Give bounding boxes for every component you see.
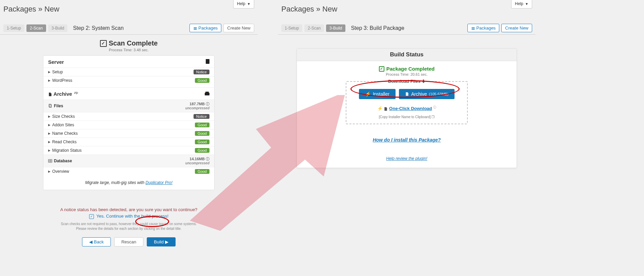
status-badge: Good <box>195 140 209 144</box>
wordpress-label: WordPress <box>52 78 72 83</box>
files-size-sub: uncompressed <box>185 106 209 110</box>
duplicator-pro-link[interactable]: Duplicator Pro! <box>145 180 172 185</box>
packages-button[interactable]: Packages <box>189 24 222 32</box>
chevron-down-icon: ▼ <box>525 2 528 6</box>
build-status-head: Build Status <box>297 49 517 61</box>
status-badge: Good <box>195 131 209 136</box>
step-2-scan[interactable]: 2-Scan <box>304 24 324 32</box>
packages-label: Packages <box>198 25 218 31</box>
setup-label: Setup <box>52 70 63 74</box>
archive-zip-sup: zip <box>74 91 78 94</box>
create-new-button[interactable]: Create New <box>223 24 254 32</box>
archive-label: Archive <box>411 91 427 97</box>
layers-icon <box>471 26 475 31</box>
notice-message: A notice status has been detected, are y… <box>0 207 258 212</box>
step-1-setup[interactable]: 1-Setup <box>3 24 24 32</box>
checkbox-checked-icon: ✓ <box>89 214 94 219</box>
review-plugin-link[interactable]: Help review the plugin! <box>386 156 427 161</box>
promo-text: Migrate large, multi-gig sites with Dupl… <box>43 180 214 185</box>
bolt-icon: ⚡ <box>365 91 371 97</box>
fine-print-1: Scan checks are not required to pass, ho… <box>0 222 258 226</box>
db-size-sub: uncompressed <box>185 161 209 165</box>
continue-label: Yes. Continue with the build process! <box>96 214 168 219</box>
install-help-link[interactable]: How do I install this Package? <box>373 137 441 143</box>
server-setup-row[interactable]: ▶Setup Notice <box>43 68 214 76</box>
packages-button[interactable]: Packages <box>467 24 500 32</box>
page-title: Packages » New <box>0 0 258 14</box>
caret-right-icon: ▶ <box>48 79 51 82</box>
files-size: 187.7MB <box>189 102 205 106</box>
chevron-down-icon: ▼ <box>247 2 250 6</box>
fine-print-2: Please review the details for each secti… <box>0 226 258 231</box>
scan-panel: Server ▶Setup Notice ▶WordPress Good Arc… <box>43 55 215 190</box>
name-checks-row[interactable]: ▶Name ChecksGood <box>43 129 214 137</box>
checkbox-checked-icon: ✓ <box>379 66 384 72</box>
archive-size: (105.63MB) <box>429 92 448 96</box>
back-button[interactable]: ◀ Back <box>82 237 111 246</box>
file-icon <box>384 107 388 111</box>
files-label: Files <box>54 104 63 108</box>
status-badge: Notice <box>194 70 209 74</box>
caret-right-icon: ▶ <box>48 70 51 74</box>
table-icon <box>48 159 52 163</box>
files-header-row: Files 187.7MB ⓘ uncompressed <box>43 99 214 112</box>
storage-icon <box>205 91 209 96</box>
step-1-setup[interactable]: 1-Setup <box>281 24 302 32</box>
read-checks-row[interactable]: ▶Read ChecksGood <box>43 137 214 146</box>
copy-icon: ❐ <box>431 115 435 119</box>
step-2-scan[interactable]: 2-Scan <box>26 24 46 32</box>
download-files-frame: Download Files ⬇ ⚡ Installer Archive (10… <box>346 81 468 124</box>
archive-button[interactable]: Archive (105.63MB) <box>399 89 455 99</box>
installer-label: Installer <box>373 91 389 97</box>
step-title: Step 3: Build Package <box>351 25 404 31</box>
status-badge: Notice <box>194 114 209 119</box>
file-icon <box>405 92 409 96</box>
step-3-build[interactable]: 3-Build <box>48 24 67 32</box>
svg-rect-2 <box>205 92 209 93</box>
process-time: Process Time: 3.48 sec. <box>0 48 258 52</box>
db-overview-row[interactable]: ▶OverviewGood <box>43 167 214 176</box>
migration-status-row[interactable]: ▶Migration StatusGood <box>43 146 214 154</box>
rescan-button[interactable]: Rescan <box>114 237 143 246</box>
addon-sites-row[interactable]: ▶Addon SitesGood <box>43 121 214 129</box>
file-icon <box>48 92 52 96</box>
server-section-title: Server <box>48 59 64 65</box>
create-new-button[interactable]: Create New <box>501 24 532 32</box>
status-badge: Good <box>195 169 209 174</box>
database-header-row: Database 14.16MB ⓘ uncompressed <box>43 154 214 167</box>
checkbox-checked-icon: ✓ <box>100 40 107 47</box>
packages-label: Packages <box>476 25 496 31</box>
help-label: Help <box>237 1 245 6</box>
continue-checkbox-row[interactable]: ✓ Yes. Continue with the build process! <box>0 214 258 219</box>
bolt-icon: ⚡ <box>377 106 383 111</box>
help-tab[interactable]: Help ▼ <box>511 0 532 8</box>
build-status-panel: Build Status ✓ Package Completed Process… <box>297 48 517 168</box>
copy-installer-link[interactable]: [Copy Installer Name to Clipboard] <box>379 115 431 119</box>
help-tab[interactable]: Help ▼ <box>233 0 254 8</box>
status-badge: Good <box>195 78 209 83</box>
one-click-download-link[interactable]: One-Click Download <box>389 106 432 111</box>
build-button[interactable]: Build ▶ <box>147 237 176 246</box>
process-time: Process Time: 20.61 sec. <box>304 72 510 76</box>
server-wordpress-row[interactable]: ▶WordPress Good <box>43 76 214 85</box>
installer-button[interactable]: ⚡ Installer <box>359 89 396 99</box>
status-badge: Good <box>195 123 209 127</box>
db-size: 14.16MB <box>189 157 205 161</box>
package-completed-label: Package Completed <box>386 66 435 72</box>
database-label: Database <box>54 159 72 163</box>
archive-section-title: Archive <box>54 91 72 97</box>
download-arrow-icon: ⬇ <box>422 79 425 84</box>
download-files-title: Download Files ⬇ <box>386 79 427 84</box>
size-checks-row[interactable]: ▶Size ChecksNotice <box>43 112 214 121</box>
step-title: Step 2: System Scan <box>73 25 123 31</box>
step-3-build[interactable]: 3-Build <box>326 24 345 32</box>
page-title: Packages » New <box>278 0 536 14</box>
status-badge: Good <box>195 148 209 153</box>
svg-rect-0 <box>206 59 209 64</box>
layers-icon <box>193 26 197 31</box>
server-icon <box>206 59 209 65</box>
scan-complete-title: Scan Complete <box>109 39 158 47</box>
copy-icon <box>48 104 52 108</box>
svg-rect-1 <box>205 93 209 95</box>
help-label: Help <box>515 1 523 6</box>
